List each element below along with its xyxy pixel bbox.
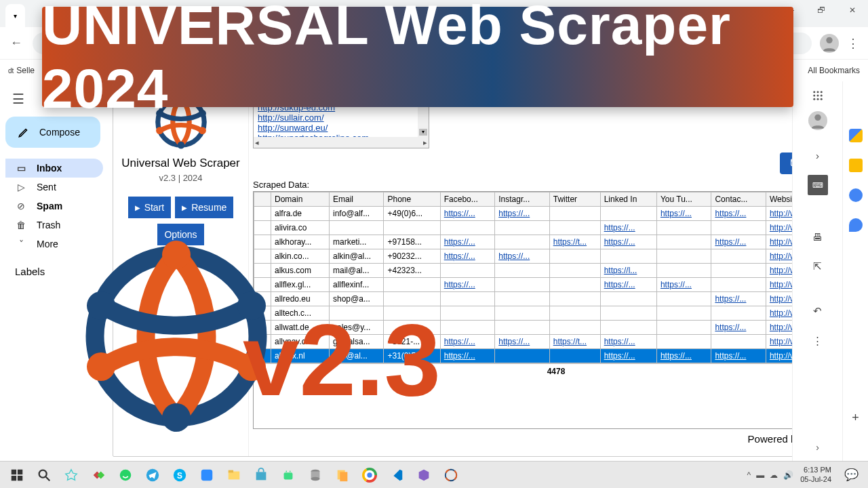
zoom-icon[interactable] — [194, 463, 220, 487]
window-close[interactable]: ✕ — [837, 0, 868, 20]
column-header[interactable]: You Tu... — [656, 192, 711, 207]
column-header[interactable]: Twitter — [549, 192, 600, 207]
kebab-menu-icon[interactable]: ⋮ — [847, 36, 860, 51]
store-icon[interactable] — [248, 463, 274, 487]
vscode-icon[interactable] — [384, 463, 410, 487]
cell: https://... — [495, 207, 549, 221]
sidebar-item-inbox[interactable]: ▭Inbox — [5, 159, 103, 178]
all-bookmarks[interactable]: All Bookmarks — [808, 66, 860, 75]
vs-icon[interactable] — [411, 463, 437, 487]
cell — [384, 278, 440, 292]
svg-point-2 — [162, 403, 191, 432]
column-header[interactable]: Instagr... — [495, 192, 549, 207]
keyboard-icon[interactable]: ⌨ — [808, 175, 828, 195]
compose-button[interactable]: Compose — [5, 117, 100, 148]
cell: https://... — [495, 335, 549, 349]
skype-icon[interactable]: S — [167, 463, 193, 487]
copilot-icon[interactable] — [58, 463, 84, 487]
sent-icon: ▷ — [15, 182, 27, 192]
android-icon[interactable] — [275, 463, 301, 487]
svg-point-24 — [820, 98, 822, 100]
cell: alkhoray... — [271, 235, 329, 249]
explorer-icon[interactable] — [221, 463, 247, 487]
system-tray[interactable]: ^▬☁🔊 — [747, 470, 794, 480]
notifications-icon[interactable]: 💬 — [838, 463, 864, 487]
column-header[interactable] — [254, 192, 271, 207]
spam-icon: ⊘ — [15, 201, 27, 211]
cell: https://... — [711, 321, 766, 335]
cell — [656, 306, 711, 321]
cell — [384, 221, 440, 235]
column-header[interactable]: Facebo... — [440, 192, 494, 207]
user-avatar[interactable] — [808, 111, 827, 130]
cell: https://... — [495, 249, 549, 264]
undo-icon[interactable]: ↶ — [808, 301, 828, 321]
column-header[interactable]: Email — [330, 192, 384, 207]
keep-app-icon[interactable] — [849, 159, 863, 172]
cell — [549, 292, 600, 306]
cell: https://... — [600, 221, 656, 235]
window-maximize[interactable]: 🗗 — [806, 0, 837, 20]
sidebar-item-trash[interactable]: 🗑Trash — [5, 216, 103, 235]
column-header[interactable]: Contac... — [711, 192, 766, 207]
back-button[interactable]: ← — [8, 35, 24, 52]
windows-taskbar: S ^▬☁🔊 6:13 PM05-Jul-24 💬 — [0, 461, 868, 488]
table-row[interactable]: alivira.cohttps://...http://w...382 — [254, 221, 859, 235]
column-header[interactable]: Linked In — [600, 192, 656, 207]
cell: https://... — [656, 207, 711, 221]
table-row[interactable]: alkin.co...alkin@al...+90232...https://.… — [254, 249, 859, 264]
app-icon-1[interactable] — [85, 463, 111, 487]
more-icon[interactable]: ⋮ — [808, 331, 828, 351]
cell — [600, 321, 656, 335]
contacts-app-icon[interactable] — [849, 218, 863, 232]
svg-rect-38 — [229, 470, 233, 472]
print-icon[interactable]: 🖶 — [808, 226, 828, 247]
cell — [495, 264, 549, 278]
apps-grid-icon[interactable] — [812, 89, 824, 102]
files-icon[interactable] — [330, 463, 355, 487]
open-new-icon[interactable]: ⇱ — [808, 256, 828, 277]
title-banner: UNIVERSAL Web Scraper 2024 — [42, 7, 793, 107]
svg-point-13 — [156, 127, 163, 134]
cell: https://... — [711, 235, 766, 249]
scraper-taskbar-icon[interactable] — [438, 463, 464, 487]
cell: https://... — [440, 335, 494, 349]
cell: mail@al... — [330, 264, 384, 278]
cell: https://... — [600, 349, 656, 363]
taskbar-clock[interactable]: 6:13 PM05-Jul-24 — [800, 466, 831, 483]
whatsapp-icon[interactable] — [113, 463, 138, 487]
svg-point-1 — [162, 241, 191, 269]
database-icon[interactable] — [302, 463, 328, 487]
resume-button[interactable]: ▶Resume — [175, 197, 233, 218]
table-row[interactable]: alkus.commail@al...+42323...https://l...… — [254, 264, 859, 278]
chevron-expand-icon[interactable]: › — [816, 442, 819, 453]
tasks-app-icon[interactable] — [849, 188, 863, 202]
start-button[interactable]: ▶Start — [128, 197, 172, 218]
table-row[interactable]: allflex.gl...allflexinf...https://...htt… — [254, 278, 859, 292]
sidebar-item-spam[interactable]: ⊘Spam — [5, 197, 103, 216]
scrollbar-horizontal[interactable]: ◂▸ — [254, 137, 429, 148]
queued-url[interactable]: http://sunward.eu/ — [258, 123, 425, 133]
browser-tab[interactable]: ▾ — [5, 4, 25, 27]
sidebar-item-sent[interactable]: ▷Sent — [5, 178, 103, 197]
add-app-icon[interactable]: + — [849, 411, 863, 424]
start-menu-icon[interactable] — [4, 463, 30, 487]
svg-point-30 — [39, 470, 47, 477]
bookmark-item[interactable]: dt Selle — [8, 66, 35, 75]
svg-rect-26 — [12, 469, 16, 474]
column-header[interactable]: Phone — [384, 192, 440, 207]
column-header[interactable]: Domain — [271, 192, 329, 207]
search-icon[interactable] — [31, 463, 57, 487]
cell — [549, 321, 600, 335]
cell — [711, 249, 766, 264]
telegram-icon[interactable] — [140, 463, 165, 487]
table-row[interactable]: alkhoray...marketi...+97158...https://..… — [254, 235, 859, 249]
chevron-right-icon[interactable]: › — [808, 145, 828, 165]
profile-avatar[interactable] — [820, 34, 839, 53]
chrome-icon[interactable] — [357, 463, 382, 487]
cell — [711, 264, 766, 278]
table-row[interactable]: alfra.deinfo@alf...+49(0)6...https://...… — [254, 207, 859, 221]
calendar-app-icon[interactable] — [849, 129, 863, 142]
cell — [495, 278, 549, 292]
cell — [549, 264, 600, 278]
